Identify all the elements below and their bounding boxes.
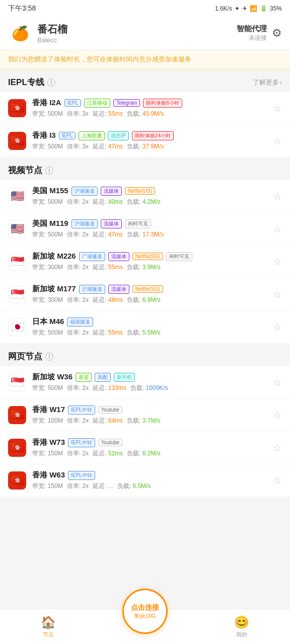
section-title-text: IEPL专线	[8, 76, 44, 88]
node-multiplier: 倍率: 2x	[67, 230, 89, 239]
node-star-jp-m46[interactable]: ☆	[273, 321, 282, 333]
node-star-us-m155[interactable]: ☆	[273, 190, 282, 202]
nav-item-nodes[interactable]: 🏠 节点	[0, 609, 97, 644]
node-tag-sg-m226: 闲时可见	[166, 252, 192, 261]
info-icon: i	[45, 167, 53, 175]
node-info-sg-m226: 新加坡 M226广港隧道流媒体Netflix(SG)闲时可见 带宽: 300M …	[32, 252, 267, 272]
node-bandwidth: 带宽: 300M	[32, 263, 63, 272]
node-tag-us-m155: 流媒体	[101, 187, 122, 196]
node-info-us-m155: 美国 M155沪港隧道流媒体Netflix(US) 带宽: 500M 倍率: 2…	[32, 186, 267, 206]
chevron-right-icon: ›	[280, 78, 282, 86]
section-header-iepl: IEPL专线i了解更多›	[0, 69, 290, 92]
node-item-jp-m46[interactable]: 🇯🇵日本 M46福港隧道 带宽: 500M 倍率: 2x 延迟: 55ms 负载…	[0, 311, 290, 344]
app-name-block: 番石榴 Balecc	[37, 23, 67, 44]
bluetooth-icon: ✦	[235, 5, 240, 12]
status-time: 下午3:58	[8, 4, 36, 13]
node-item-hk-w73[interactable]: 🇭🇰香港 W73IEPL中转Youtube 带宽: 150M 倍率: 2x 延迟…	[0, 432, 290, 464]
node-tag-hk-i2a: Telegram	[113, 99, 140, 107]
node-star-sg-m226[interactable]: ☆	[273, 256, 282, 268]
node-tag-hk-w17: Youtube	[98, 406, 122, 414]
main-content: IEPL专线i了解更多›🇭🇰香港 I2AIEPL江苏移动Telegram限时体验…	[0, 69, 290, 497]
node-stats-sg-w36: 带宽: 500M 倍率: 2x 延迟: 133ms 负载: 1009K/s	[32, 384, 267, 392]
node-item-hk-i3[interactable]: 🇭🇰香港 I3IEPL上海联通动态IP限时体验24小时 带宽: 500M 倍率:…	[0, 125, 290, 157]
node-item-sg-w36[interactable]: 🇸🇬新加坡 W36直连高配新开机 带宽: 500M 倍率: 2x 延迟: 133…	[0, 366, 290, 399]
node-multiplier: 倍率: 3x	[67, 110, 89, 118]
node-item-us-m119[interactable]: 🇺🇸美国 M119沪港隧道流媒体闲时可见 带宽: 500M 倍率: 2x 延迟:…	[0, 213, 290, 246]
node-item-us-m155[interactable]: 🇺🇸美国 M155沪港隧道流媒体Netflix(US) 带宽: 500M 倍率:…	[0, 180, 290, 213]
node-star-hk-w17[interactable]: ☆	[273, 409, 282, 421]
node-stats-hk-w73: 带宽: 150M 倍率: 2x 延迟: 52ms 负载: 6.2M/s	[32, 449, 267, 458]
node-name-row-us-m155: 美国 M155沪港隧道流媒体Netflix(US)	[32, 186, 267, 196]
node-star-sg-w36[interactable]: ☆	[273, 376, 282, 388]
connect-btn-sub: 剩余10G	[134, 612, 156, 620]
node-stats-us-m119: 带宽: 500M 倍率: 2x 延迟: 47ms 负载: 17.3M/s	[32, 230, 267, 239]
node-stats-hk-w63: 带宽: 150M 倍率: 2x 延迟: ... 负载: 6.5M/s	[32, 482, 267, 491]
node-load-val: 45.9M/s	[142, 110, 164, 117]
node-load-val: 3.9M/s	[142, 264, 161, 271]
proxy-label: 智能代理	[237, 24, 267, 34]
node-tag-hk-w17: IEPL中转	[68, 406, 95, 415]
node-delay: 延迟: 55ms	[93, 263, 123, 272]
node-load-val: 6.2M/s	[142, 450, 161, 457]
node-delay: 延迟: 133ms	[93, 384, 126, 392]
node-star-hk-w73[interactable]: ☆	[273, 442, 282, 454]
node-load: 负载: 1009K/s	[130, 384, 168, 392]
battery-level: 35%	[270, 5, 282, 12]
node-load-val: 1009K/s	[146, 384, 168, 391]
node-item-sg-m226[interactable]: 🇸🇬新加坡 M226广港隧道流媒体Netflix(SG)闲时可见 带宽: 300…	[0, 246, 290, 278]
node-name-hk-i3: 香港 I3	[32, 131, 56, 140]
node-star-hk-w63[interactable]: ☆	[273, 474, 282, 487]
nav-item-my[interactable]: 😊 我的	[193, 609, 290, 644]
node-tag-us-m119: 流媒体	[101, 219, 122, 228]
connect-btn-text: 点击连接	[131, 603, 159, 612]
node-name-hk-w73: 香港 W73	[32, 438, 65, 447]
node-delay-val: 133ms	[108, 384, 126, 391]
node-load: 负载: 45.9M/s	[127, 110, 164, 118]
info-icon: i	[45, 353, 53, 361]
node-load-val: 5.5M/s	[142, 329, 161, 336]
node-name-row-hk-i2a: 香港 I2AIEPL江苏移动Telegram限时体验6小时	[32, 98, 267, 108]
header-left: 🍊 番石榴 Balecc	[8, 21, 67, 45]
node-delay-val: ...	[108, 482, 113, 490]
node-load: 负载: 5.5M/s	[127, 329, 161, 337]
node-item-sg-m177[interactable]: 🇸🇬新加坡 M177沪港隧道流媒体Netflix(SG) 带宽: 300M 倍率…	[0, 278, 290, 311]
node-tag-hk-i2a: 限时体验6小时	[143, 99, 182, 108]
section-more-iepl[interactable]: 了解更多›	[253, 78, 282, 87]
logo-emoji: 🍊	[12, 25, 29, 42]
node-name-sg-m226: 新加坡 M226	[32, 252, 76, 261]
section-title-text: 视频节点	[8, 165, 42, 176]
node-load: 负载: 4.2M/s	[127, 198, 161, 206]
node-delay-val: 48ms	[108, 296, 123, 303]
app-logo: 🍊	[8, 21, 32, 45]
node-name-row-sg-w36: 新加坡 W36直连高配新开机	[32, 372, 267, 382]
node-star-hk-i3[interactable]: ☆	[273, 135, 282, 147]
node-delay: 延迟: 40ms	[93, 198, 123, 206]
node-star-hk-i2a[interactable]: ☆	[273, 102, 282, 114]
node-bandwidth: 带宽: 100M	[32, 417, 63, 425]
node-delay: 延迟: 47ms	[93, 230, 123, 239]
node-delay: 延迟: 52ms	[93, 449, 123, 458]
node-item-hk-w63[interactable]: 🇭🇰香港 W63IEPL中转 带宽: 150M 倍率: 2x 延迟: ... 负…	[0, 464, 290, 497]
settings-button[interactable]: ⚙	[272, 27, 282, 40]
node-flag-us-m155: 🇺🇸	[8, 187, 26, 205]
node-item-hk-w17[interactable]: 🇭🇰香港 W17IEPL中转Youtube 带宽: 100M 倍率: 2x 延迟…	[0, 399, 290, 432]
node-tag-us-m119: 闲时可见	[125, 219, 151, 228]
node-tag-us-m155: Netflix(US)	[125, 187, 155, 195]
node-delay: 延迟: 48ms	[93, 296, 123, 304]
node-star-us-m119[interactable]: ☆	[273, 223, 282, 235]
node-list-iepl: 🇭🇰香港 I2AIEPL江苏移动Telegram限时体验6小时 带宽: 500M…	[0, 92, 290, 157]
node-stats-hk-w17: 带宽: 100M 倍率: 2x 延迟: 64ms 负载: 3.7M/s	[32, 417, 267, 425]
node-item-hk-i2a[interactable]: 🇭🇰香港 I2AIEPL江苏移动Telegram限时体验6小时 带宽: 500M…	[0, 92, 290, 125]
node-name-hk-w17: 香港 W17	[32, 405, 65, 415]
node-flag-sg-m177: 🇸🇬	[8, 285, 26, 303]
node-stats-hk-i3: 带宽: 500M 倍率: 3x 延迟: 47ms 负载: 37.9M/s	[32, 142, 267, 151]
node-tag-sg-m177: 沪港隧道	[79, 285, 105, 294]
node-load: 负载: 3.9M/s	[127, 263, 161, 272]
node-star-sg-m177[interactable]: ☆	[273, 288, 282, 300]
node-delay-val: 55ms	[108, 264, 123, 271]
connect-button[interactable]: 点击连接 剩余10G	[122, 589, 168, 634]
profile-icon: 😊	[234, 615, 249, 629]
node-tag-hk-i2a: 江苏移动	[84, 99, 110, 108]
node-name-row-hk-w17: 香港 W17IEPL中转Youtube	[32, 405, 267, 415]
node-tag-us-m155: 沪港隧道	[71, 187, 98, 196]
